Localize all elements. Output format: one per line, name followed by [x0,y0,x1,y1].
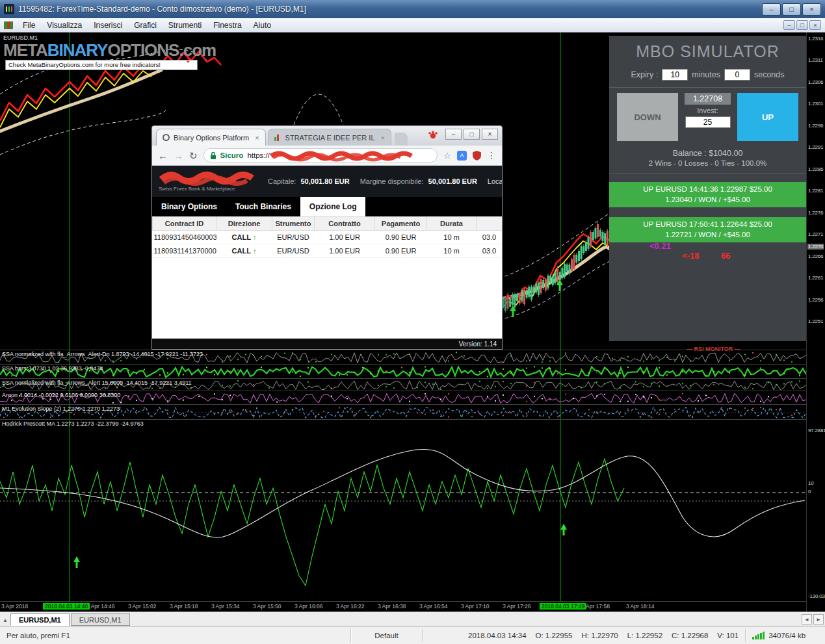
tab-scroll-left-icon[interactable]: ◄ [802,614,812,625]
tab-close-icon[interactable]: × [255,134,259,142]
tab-list-icon[interactable]: ▲ [3,617,8,623]
divider [609,174,806,174]
trade-middle: 1.22708 Invest: [685,93,731,141]
menu-finestra[interactable]: Finestra [207,19,247,31]
minimize-button[interactable]: – [762,3,781,16]
menu-inserisci[interactable]: Inserisci [88,19,128,31]
status-low: L: 1.22952 [627,632,662,639]
expiry-seconds-input[interactable] [724,69,750,81]
chart-tab-inactive[interactable]: EURUSD,M1 [71,613,130,626]
cell-contract-id: 1180931450460003 [153,231,216,244]
price-scale-label: 1.2266 [808,253,823,259]
status-help: Per aiuto, premi F1 [0,629,351,642]
menu-grafici[interactable]: Grafici [128,19,163,31]
tab-close-icon[interactable]: × [381,134,385,142]
menu-aiuto[interactable]: Aiuto [248,19,277,31]
browser-menu-icon[interactable]: ⋮ [487,150,496,161]
bookmark-star-icon[interactable]: ☆ [443,151,451,161]
current-price-tag: 1.2270 [807,244,824,250]
down-button[interactable]: DOWN [617,93,678,141]
ma-yellow-left [0,71,151,127]
menu-file[interactable]: File [17,19,41,31]
refresh-icon[interactable]: ↻ [189,151,198,161]
up-button[interactable]: UP [737,93,798,141]
capital-label: Capitale: [268,177,296,185]
forward-icon[interactable]: → [174,151,183,161]
menu-visualizza[interactable]: Visualizza [41,19,88,31]
menu-strumenti[interactable]: Strumenti [163,19,207,31]
paw-icon [427,129,439,140]
trade-result-line2: 1.22721 / WON / +$45.00 [609,230,806,240]
browser-tab-active[interactable]: Binary Options Platform × [156,129,266,146]
app-icon [4,4,14,14]
time-axis-label: 3 Apr 16:54 [419,603,447,610]
close-button[interactable]: × [802,3,821,16]
nav-opzione-log[interactable]: Opzione Log [300,197,366,216]
browser-maximize-button[interactable]: □ [464,129,480,140]
browser-toolbar: ← → ↻ Sicuro https:// [152,146,502,166]
maximize-button[interactable]: □ [782,3,801,16]
new-tab-button[interactable] [395,133,408,146]
browser-minimize-button[interactable]: – [445,129,462,140]
time-axis-label: 3 Apr 15:02 [128,603,156,610]
mt4-window: 11595482: ForexTime-Standard-demo - Cont… [0,0,825,644]
table-empty-space [152,258,502,339]
indicator-window[interactable]: SSA normalized with fla_Arrows_Alert 15.… [0,378,806,391]
indicator-label: Aroon 4.0014 -0.0022 9.6106 0.0000 36.83… [2,392,120,398]
browser-close-button[interactable]: × [482,129,498,140]
shield-adblock-icon[interactable] [473,151,481,161]
mdi-close-button[interactable]: × [809,20,821,30]
seconds-label: seconds [754,70,785,79]
site-logo-block: Swiss Forex Bank & Marketplace [159,171,257,192]
padlock-icon [210,151,216,160]
time-axis-label: 2018.04.03 17:49 [540,603,586,610]
indicator-window[interactable]: SSA normalized with fla_Arrows_Alert-Dn … [0,350,806,364]
tab-scroll-right-icon[interactable]: ► [813,614,824,625]
time-axis-label: 2018.04.03 14:40 [43,603,90,610]
indicator-scale-label: 0 [808,489,811,495]
expiry-label: Expiry : [631,70,658,79]
indicator-window[interactable]: SSA bars 3.0730 1.02 36.9383 -0.0474 [0,364,806,378]
address-bar[interactable]: Sicuro https:// [203,148,438,162]
mdi-minimize-button[interactable]: – [783,20,795,30]
indicator-canvas [0,391,806,404]
col-pagamento: Pagamento [375,217,427,231]
trade-controls: DOWN 1.22708 Invest: UP [617,93,798,141]
status-high: H: 1.22970 [581,632,618,639]
chart-tab-active[interactable]: EURUSD,M1 [10,613,70,626]
price-scale[interactable]: 1.23161.23111.23061.23011.22961.22911.22… [806,32,825,612]
indicator-scale-label: 97.2881 [808,428,825,433]
time-axis-label: 3 Apr 14:46 [86,603,114,610]
tab-favicon [163,134,170,141]
indicator-canvas [0,405,806,419]
indicator-window[interactable]: Aroon 4.0014 -0.0022 9.6106 0.0000 36.83… [0,391,806,404]
price-scale-label: 1.2276 [808,210,823,216]
cell-durata: 10 m [427,244,477,258]
nav-touch-binaries[interactable]: Touch Binaries [226,197,300,216]
oscillator-window[interactable]: Hodrick Prescott MA 1.2273 1.2273 -22.37… [0,419,806,601]
time-axis-label: 3 Apr 15:18 [170,603,198,610]
browser-tab-inactive[interactable]: STRATEGIA E IDEE PER IL × [268,129,391,146]
invest-input[interactable] [685,116,731,128]
cell-pagamento: 0.90 EUR [375,244,427,258]
expiry-minutes-input[interactable] [662,69,688,81]
margin-metric: Margine disponibile: 50,001.80 EUR [360,177,477,185]
mdi-restore-button[interactable]: □ [796,20,808,30]
window-controls: – □ × [762,3,821,16]
nav-binary-options[interactable]: Binary Options [152,197,226,216]
margin-label: Margine disponibile: [360,177,424,185]
title-bar: 11595482: ForexTime-Standard-demo - Cont… [0,0,825,18]
time-axis-label: 3 Apr 2018 [1,603,28,610]
url-text: https:// [247,151,270,159]
rsi-monitor-label: --- RSI MONITOR --- [687,346,740,352]
margin-value: 50,001.80 EUR [428,177,477,185]
main-chart[interactable]: EURUSD,M1 METABINARYOPTIONS.com Check Me… [0,32,806,350]
price-scale-label: 1.2296 [808,123,823,129]
indicator-label: SSA bars 3.0730 1.02 36.9383 -0.0474 [2,365,103,372]
translate-icon[interactable]: A [457,151,467,161]
watermark-binary: BINARY [47,40,108,60]
time-axis-label: 3 Apr 16:06 [295,603,322,610]
indicator-window[interactable]: M1 Evolution Slope (2) 1.2270 1.2270 1.2… [0,404,806,419]
price-scale-label: 1.2306 [808,79,823,85]
back-icon[interactable]: ← [158,151,168,161]
